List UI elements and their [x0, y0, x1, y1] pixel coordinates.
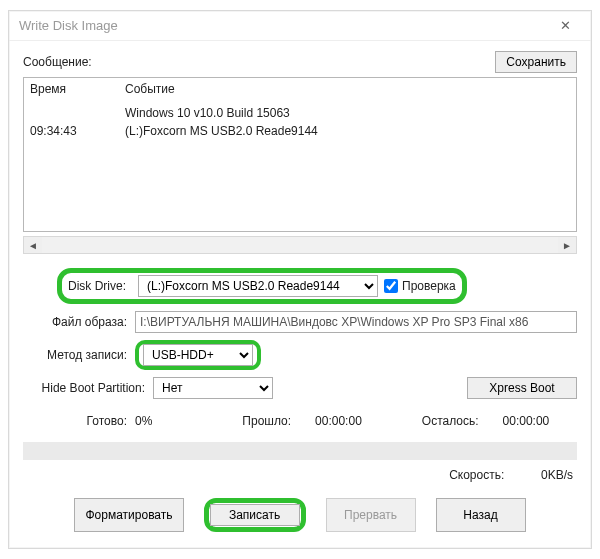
close-icon[interactable]: ✕ [545, 18, 585, 33]
format-button[interactable]: Форматировать [74, 498, 183, 532]
log-cell-event: Windows 10 v10.0 Build 15063 [125, 104, 570, 122]
log-col-time: Время [30, 82, 125, 96]
hide-boot-partition-label: Hide Boot Partition: [23, 381, 153, 395]
log-horizontal-scrollbar[interactable]: ◄ ► [23, 236, 577, 254]
disk-drive-select[interactable]: (L:)Foxcorn MS USB2.0 Reade9144 [138, 275, 378, 297]
log-row: Windows 10 v10.0 Build 15063 [30, 104, 570, 122]
log-row: 09:34:43 (L:)Foxcorn MS USB2.0 Reade9144 [30, 122, 570, 140]
elapsed-value: 00:00:00 [315, 414, 362, 428]
write-method-select[interactable]: USB-HDD+ [143, 344, 253, 366]
remaining-value: 00:00:00 [503, 414, 550, 428]
elapsed-label: Прошло: [242, 414, 291, 428]
client-area: Сообщение: Сохранить Время Событие Windo… [9, 41, 591, 544]
verify-checkbox[interactable]: Проверка [384, 279, 456, 293]
log-cell-time: 09:34:43 [30, 122, 125, 140]
log-col-event: Событие [125, 82, 570, 96]
image-file-field[interactable] [135, 311, 577, 333]
highlight-write-button: Записать [204, 498, 306, 532]
write-button[interactable]: Записать [210, 504, 300, 526]
abort-button: Прервать [326, 498, 416, 532]
action-bar: Форматировать Записать Прервать Назад [23, 492, 577, 536]
progress-bar [23, 442, 577, 460]
log-header: Время Событие [24, 78, 576, 102]
ready-label: Готово: [23, 414, 135, 428]
speed-label: Скорость: [449, 468, 504, 482]
window-title: Write Disk Image [19, 18, 545, 33]
scroll-track[interactable] [42, 237, 558, 253]
xpress-boot-button[interactable]: Xpress Boot [467, 377, 577, 399]
verify-checkbox-label: Проверка [402, 279, 456, 293]
log-panel: Время Событие Windows 10 v10.0 Build 150… [23, 77, 577, 232]
highlight-disk-drive: Disk Drive: (L:)Foxcorn MS USB2.0 Reade9… [57, 268, 467, 304]
message-label: Сообщение: [23, 55, 92, 69]
percent-value: 0% [135, 414, 152, 428]
log-cell-time [30, 104, 125, 122]
image-file-label: Файл образа: [23, 315, 135, 329]
write-disk-image-window: Write Disk Image ✕ Сообщение: Сохранить … [8, 10, 592, 549]
highlight-write-method: USB-HDD+ [135, 340, 261, 370]
log-cell-event: (L:)Foxcorn MS USB2.0 Reade9144 [125, 122, 570, 140]
hide-boot-partition-select[interactable]: Нет [153, 377, 273, 399]
remaining-label: Осталось: [422, 414, 479, 428]
disk-drive-label: Disk Drive: [68, 279, 132, 293]
speed-value: 0KB/s [541, 468, 573, 482]
scroll-right-icon[interactable]: ► [558, 237, 576, 253]
scroll-left-icon[interactable]: ◄ [24, 237, 42, 253]
back-button[interactable]: Назад [436, 498, 526, 532]
titlebar: Write Disk Image ✕ [9, 11, 591, 41]
write-method-label: Метод записи: [23, 348, 135, 362]
verify-checkbox-input[interactable] [384, 279, 398, 293]
save-button[interactable]: Сохранить [495, 51, 577, 73]
